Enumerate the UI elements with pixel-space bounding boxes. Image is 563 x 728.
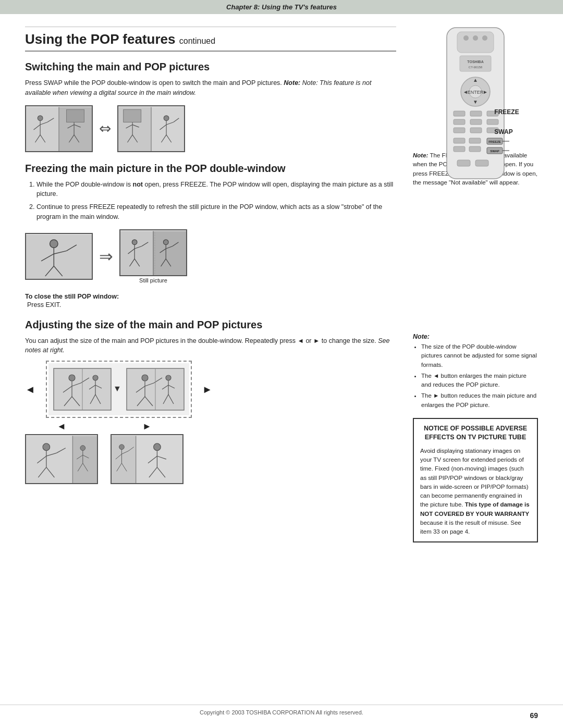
tv-screen-single	[25, 233, 93, 280]
footer: Copyright © 2003 TOSHIBA CORPORATION All…	[0, 705, 563, 720]
freezing-section: Freezing the main picture in the POP dou…	[25, 163, 396, 309]
remote-container: TOSHIBA CT-90158 ENTER ▲ ▼ ◄ ►	[413, 27, 538, 135]
left-arrow-top: ◄	[25, 384, 35, 396]
adjust-bottom-rows: ◄	[25, 421, 396, 484]
switching-diagram: ⇔	[25, 105, 396, 152]
svg-point-63	[69, 375, 75, 381]
svg-point-2	[38, 115, 43, 120]
freezing-steps: While the POP double-window is not open,…	[25, 180, 396, 222]
note-freeze-title: Note:	[413, 152, 430, 158]
svg-point-44	[132, 239, 137, 244]
tv-screen-reduced	[111, 434, 183, 484]
svg-point-70	[93, 375, 98, 380]
svg-rect-157	[475, 160, 488, 166]
svg-text:TOSHIBA: TOSHIBA	[467, 60, 483, 64]
svg-rect-108	[112, 436, 136, 484]
svg-rect-109	[136, 436, 182, 484]
switching-body: Press SWAP while the POP double-window i…	[25, 78, 396, 98]
svg-rect-34	[26, 235, 92, 280]
note-adjusting-title: Note:	[413, 333, 538, 340]
svg-point-127	[473, 35, 478, 41]
note-adjusting-item-1: The size of the POP double-window pictur…	[421, 342, 538, 369]
svg-rect-33	[124, 109, 141, 122]
svg-rect-152	[454, 138, 465, 143]
left-column: Using the POP features continued Switchi…	[25, 27, 413, 542]
copyright: Copyright © 2003 TOSHIBA CORPORATION All…	[200, 709, 363, 715]
tv-screen-after	[117, 105, 185, 152]
svg-rect-139	[454, 111, 465, 116]
tv-screen-still	[119, 229, 187, 276]
svg-point-35	[50, 240, 58, 248]
svg-rect-0	[26, 107, 59, 152]
svg-text:◄: ◄	[463, 89, 468, 95]
adjust-right-pair: ►	[111, 421, 183, 484]
page-title: Using the POP features continued	[25, 31, 396, 52]
adjust-diagram-container: ◄	[25, 361, 396, 484]
adjust-left-pair: ◄	[25, 421, 98, 484]
svg-text:▼: ▼	[473, 99, 478, 105]
notice-box: NOTICE OF POSSIBLE ADVERSE EFFECTS ON TV…	[413, 418, 538, 543]
right-arrow-top: ►	[202, 384, 213, 396]
freeze-label: FREEZE	[494, 108, 519, 116]
svg-rect-153	[469, 138, 481, 143]
switching-section: Switching the main and POP pictures Pres…	[25, 61, 396, 152]
svg-point-51	[163, 239, 168, 244]
svg-rect-146	[470, 128, 482, 133]
svg-text:►: ►	[483, 89, 488, 95]
svg-point-110	[119, 445, 125, 450]
adjusting-body: You can adjust the size of the main and …	[25, 336, 396, 356]
page-number: 69	[530, 711, 538, 720]
svg-point-25	[164, 115, 169, 120]
svg-rect-43	[153, 231, 186, 276]
svg-rect-145	[454, 128, 465, 133]
adjusting-heading: Adjusting the size of the main and POP p…	[25, 319, 396, 331]
svg-text:ENTER: ENTER	[468, 90, 484, 95]
freezing-diagram: ⇒	[25, 229, 396, 283]
to-close-section: To close the still POP window: Press EXI…	[25, 293, 396, 309]
svg-rect-92	[26, 436, 72, 484]
svg-rect-93	[72, 436, 97, 484]
svg-rect-18	[151, 107, 184, 152]
svg-rect-129	[460, 56, 491, 71]
freezing-step-1: While the POP double-window is not open,…	[36, 180, 396, 200]
svg-rect-156	[457, 160, 470, 166]
tv-screen-before	[25, 105, 93, 152]
svg-text:CT-90158: CT-90158	[469, 66, 483, 69]
left-arrow-small: ◄	[57, 421, 66, 432]
svg-point-77	[142, 375, 148, 381]
note-adjusting-item-3: The ► button reduces the main picture an…	[421, 391, 538, 410]
svg-point-94	[43, 443, 50, 451]
svg-rect-143	[470, 119, 482, 125]
right-arrow-small: ►	[142, 421, 152, 432]
svg-point-126	[463, 35, 469, 41]
svg-rect-142	[454, 119, 465, 125]
tv-screen-enlarged	[25, 434, 98, 484]
svg-text:SWAP: SWAP	[490, 150, 499, 153]
svg-rect-42	[120, 231, 153, 276]
freeze-arrow: ⇒	[99, 246, 113, 266]
notice-title: NOTICE OF POSSIBLE ADVERSE EFFECTS ON TV…	[420, 424, 531, 442]
note-adjusting-box: Note: The size of the POP double-window …	[413, 333, 538, 410]
page-title-suffix: continued	[179, 36, 215, 45]
adjust-top-row: ◄	[25, 361, 396, 418]
svg-rect-125	[457, 32, 494, 53]
chapter-text: Chapter 8: Using the TV's features	[226, 3, 337, 11]
still-picture-label: Still picture	[119, 277, 187, 283]
freezing-heading: Freezing the main picture in the POP dou…	[25, 163, 396, 175]
to-close-label: To close the still POP window:	[25, 293, 396, 300]
svg-text:▲: ▲	[473, 77, 478, 83]
svg-point-128	[482, 35, 487, 41]
notice-text: Avoid displaying stationary images on yo…	[420, 447, 531, 537]
freezing-step-2: Continue to press FREEZE repeatedly to r…	[36, 202, 396, 222]
swap-arrow: ⇔	[99, 120, 111, 137]
adjusting-section: Adjusting the size of the main and POP p…	[25, 319, 396, 485]
to-close-value: Press EXIT.	[27, 301, 396, 309]
svg-point-84	[166, 375, 171, 380]
adjust-left-side: ◄	[25, 384, 35, 396]
note-adjusting-list: The size of the POP double-window pictur…	[413, 342, 538, 410]
svg-rect-16	[67, 109, 84, 122]
switching-heading: Switching the main and POP pictures	[25, 61, 396, 73]
svg-text:▼: ▼	[113, 384, 121, 393]
svg-rect-140	[470, 111, 482, 116]
tv-screen-still-wrap: Still picture	[119, 229, 187, 283]
